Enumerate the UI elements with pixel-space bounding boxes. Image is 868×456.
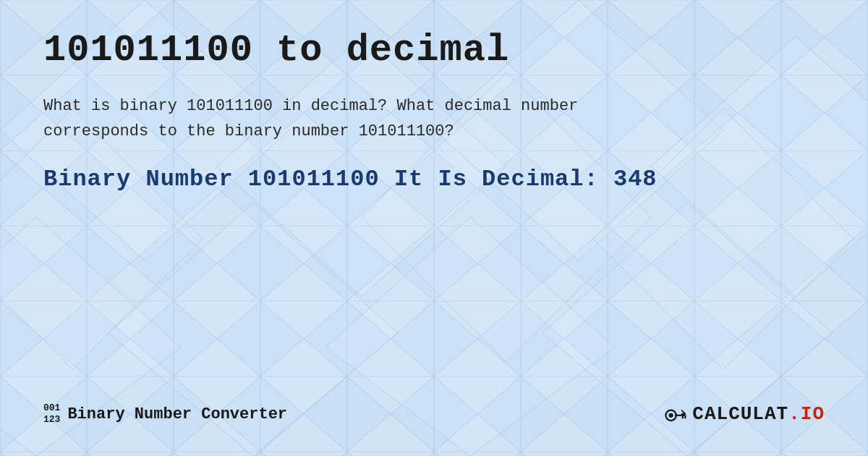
description-line1: What is binary 101011100 in decimal? Wha… <box>43 97 578 115</box>
result-text: Binary Number 101011100 It Is Decimal: 3… <box>43 166 825 193</box>
footer-logo: CALCULAT.IO <box>662 401 825 427</box>
description-line2: corresponds to the binary number 1010111… <box>43 122 454 140</box>
description-section: What is binary 101011100 in decimal? Wha… <box>43 93 694 144</box>
binary-icon-bottom: 123 <box>43 414 60 426</box>
calculat-icon <box>662 401 688 427</box>
main-content: 101011100 to decimal What is binary 1010… <box>0 0 868 456</box>
logo-main: CALCULAT <box>692 403 788 425</box>
result-section: Binary Number 101011100 It Is Decimal: 3… <box>43 166 825 193</box>
binary-icon-top: 001 <box>43 402 60 414</box>
logo-text: CALCULAT.IO <box>692 403 825 425</box>
svg-point-20 <box>669 413 673 418</box>
footer-brand: Binary Number Converter <box>67 405 287 423</box>
page-title-section: 101011100 to decimal <box>43 29 825 79</box>
binary-icon: 001 123 <box>43 402 60 425</box>
logo-accent: .IO <box>788 403 825 425</box>
page-title: 101011100 to decimal <box>43 29 825 72</box>
footer-left: 001 123 Binary Number Converter <box>43 402 287 425</box>
footer: 001 123 Binary Number Converter CALCULAT… <box>43 387 825 427</box>
